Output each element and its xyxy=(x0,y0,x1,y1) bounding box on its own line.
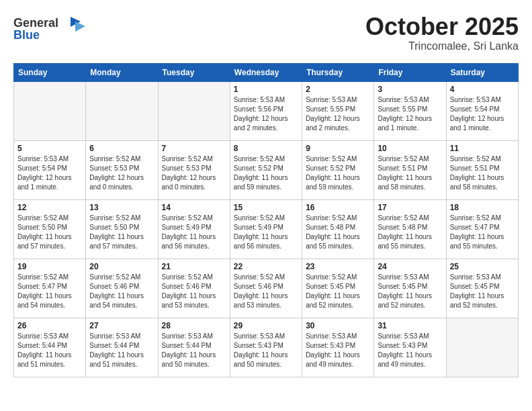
day-info: Sunrise: 5:52 AMSunset: 5:49 PMDaylight:… xyxy=(162,214,226,251)
calendar-cell: 8Sunrise: 5:52 AMSunset: 5:52 PMDaylight… xyxy=(230,140,302,199)
day-info: Sunrise: 5:53 AMSunset: 5:55 PMDaylight:… xyxy=(306,95,370,133)
calendar-cell xyxy=(86,81,158,140)
day-number: 20 xyxy=(89,262,154,271)
calendar-cell: 25Sunrise: 5:53 AMSunset: 5:45 PMDayligh… xyxy=(446,259,518,318)
day-number: 5 xyxy=(17,144,82,153)
col-monday: Monday xyxy=(86,63,158,81)
calendar-cell: 6Sunrise: 5:52 AMSunset: 5:53 PMDaylight… xyxy=(86,140,158,199)
day-number: 27 xyxy=(89,321,154,330)
day-number: 15 xyxy=(234,203,298,212)
calendar-cell: 18Sunrise: 5:52 AMSunset: 5:47 PMDayligh… xyxy=(446,199,518,259)
day-info: Sunrise: 5:52 AMSunset: 5:53 PMDaylight:… xyxy=(89,154,154,192)
day-info: Sunrise: 5:53 AMSunset: 5:54 PMDaylight:… xyxy=(17,154,82,192)
day-info: Sunrise: 5:52 AMSunset: 5:53 PMDaylight:… xyxy=(162,154,226,192)
day-number: 31 xyxy=(378,321,442,330)
col-tuesday: Tuesday xyxy=(158,63,230,81)
week-row-4: 19Sunrise: 5:52 AMSunset: 5:47 PMDayligh… xyxy=(14,259,519,318)
day-info: Sunrise: 5:53 AMSunset: 5:43 PMDaylight:… xyxy=(306,332,370,369)
week-row-1: 1Sunrise: 5:53 AMSunset: 5:56 PMDaylight… xyxy=(14,81,519,140)
day-info: Sunrise: 5:53 AMSunset: 5:44 PMDaylight:… xyxy=(17,332,82,369)
calendar-cell: 31Sunrise: 5:53 AMSunset: 5:43 PMDayligh… xyxy=(374,318,446,377)
calendar-cell: 7Sunrise: 5:52 AMSunset: 5:53 PMDaylight… xyxy=(158,140,230,199)
calendar-cell: 1Sunrise: 5:53 AMSunset: 5:56 PMDaylight… xyxy=(230,81,302,140)
day-number: 9 xyxy=(306,144,370,153)
day-number: 19 xyxy=(17,262,82,271)
calendar-cell: 26Sunrise: 5:53 AMSunset: 5:44 PMDayligh… xyxy=(14,318,86,377)
day-info: Sunrise: 5:52 AMSunset: 5:45 PMDaylight:… xyxy=(306,273,370,310)
day-info: Sunrise: 5:53 AMSunset: 5:43 PMDaylight:… xyxy=(234,332,298,369)
svg-text:Blue: Blue xyxy=(13,28,40,42)
day-number: 12 xyxy=(17,203,82,212)
day-info: Sunrise: 5:52 AMSunset: 5:51 PMDaylight:… xyxy=(378,154,442,192)
day-number: 10 xyxy=(378,144,442,153)
subtitle: Trincomalee, Sri Lanka xyxy=(365,40,519,52)
col-friday: Friday xyxy=(374,63,446,81)
day-info: Sunrise: 5:52 AMSunset: 5:47 PMDaylight:… xyxy=(17,273,82,310)
day-number: 24 xyxy=(378,262,442,271)
logo: General Blue xyxy=(13,13,87,46)
calendar-cell: 4Sunrise: 5:53 AMSunset: 5:54 PMDaylight… xyxy=(446,81,518,140)
svg-marker-3 xyxy=(75,21,85,32)
day-info: Sunrise: 5:52 AMSunset: 5:46 PMDaylight:… xyxy=(89,273,154,310)
day-number: 23 xyxy=(306,262,370,271)
calendar-cell: 29Sunrise: 5:53 AMSunset: 5:43 PMDayligh… xyxy=(230,318,302,377)
day-number: 29 xyxy=(234,321,298,330)
calendar-cell xyxy=(446,318,518,377)
calendar: Sunday Monday Tuesday Wednesday Thursday… xyxy=(13,63,519,377)
col-wednesday: Wednesday xyxy=(230,63,302,81)
day-number: 8 xyxy=(234,144,298,153)
calendar-cell: 30Sunrise: 5:53 AMSunset: 5:43 PMDayligh… xyxy=(302,318,374,377)
day-number: 25 xyxy=(450,262,515,271)
calendar-cell: 20Sunrise: 5:52 AMSunset: 5:46 PMDayligh… xyxy=(86,259,158,318)
calendar-cell: 14Sunrise: 5:52 AMSunset: 5:49 PMDayligh… xyxy=(158,199,230,259)
day-info: Sunrise: 5:52 AMSunset: 5:49 PMDaylight:… xyxy=(234,214,298,251)
calendar-cell xyxy=(158,81,230,140)
calendar-cell: 2Sunrise: 5:53 AMSunset: 5:55 PMDaylight… xyxy=(302,81,374,140)
calendar-cell: 17Sunrise: 5:52 AMSunset: 5:48 PMDayligh… xyxy=(374,199,446,259)
calendar-cell: 28Sunrise: 5:53 AMSunset: 5:44 PMDayligh… xyxy=(158,318,230,377)
day-number: 30 xyxy=(306,321,370,330)
header: General Blue October 2025 Trincomalee, S… xyxy=(13,13,519,52)
week-row-2: 5Sunrise: 5:53 AMSunset: 5:54 PMDaylight… xyxy=(14,140,519,199)
day-number: 13 xyxy=(89,203,154,212)
day-number: 7 xyxy=(162,144,226,153)
calendar-cell: 16Sunrise: 5:52 AMSunset: 5:48 PMDayligh… xyxy=(302,199,374,259)
calendar-cell: 19Sunrise: 5:52 AMSunset: 5:47 PMDayligh… xyxy=(14,259,86,318)
calendar-cell: 21Sunrise: 5:52 AMSunset: 5:46 PMDayligh… xyxy=(158,259,230,318)
day-info: Sunrise: 5:53 AMSunset: 5:43 PMDaylight:… xyxy=(378,332,442,369)
calendar-header-row: Sunday Monday Tuesday Wednesday Thursday… xyxy=(14,63,519,81)
day-number: 16 xyxy=(306,203,370,212)
day-number: 3 xyxy=(378,85,442,94)
calendar-cell: 27Sunrise: 5:53 AMSunset: 5:44 PMDayligh… xyxy=(86,318,158,377)
calendar-cell: 24Sunrise: 5:53 AMSunset: 5:45 PMDayligh… xyxy=(374,259,446,318)
calendar-cell: 5Sunrise: 5:53 AMSunset: 5:54 PMDaylight… xyxy=(14,140,86,199)
calendar-cell: 12Sunrise: 5:52 AMSunset: 5:50 PMDayligh… xyxy=(14,199,86,259)
day-number: 6 xyxy=(89,144,154,153)
calendar-cell: 11Sunrise: 5:52 AMSunset: 5:51 PMDayligh… xyxy=(446,140,518,199)
title-block: October 2025 Trincomalee, Sri Lanka xyxy=(365,13,519,52)
calendar-cell: 15Sunrise: 5:52 AMSunset: 5:49 PMDayligh… xyxy=(230,199,302,259)
day-info: Sunrise: 5:52 AMSunset: 5:52 PMDaylight:… xyxy=(306,154,370,192)
day-info: Sunrise: 5:52 AMSunset: 5:51 PMDaylight:… xyxy=(450,154,515,192)
day-info: Sunrise: 5:52 AMSunset: 5:46 PMDaylight:… xyxy=(162,273,226,310)
day-number: 17 xyxy=(378,203,442,212)
day-info: Sunrise: 5:53 AMSunset: 5:44 PMDaylight:… xyxy=(162,332,226,369)
calendar-cell: 10Sunrise: 5:52 AMSunset: 5:51 PMDayligh… xyxy=(374,140,446,199)
day-number: 14 xyxy=(162,203,226,212)
day-number: 4 xyxy=(450,85,515,94)
calendar-cell xyxy=(14,81,86,140)
day-info: Sunrise: 5:53 AMSunset: 5:54 PMDaylight:… xyxy=(450,95,515,133)
day-info: Sunrise: 5:53 AMSunset: 5:45 PMDaylight:… xyxy=(450,273,515,310)
week-row-5: 26Sunrise: 5:53 AMSunset: 5:44 PMDayligh… xyxy=(14,318,519,377)
day-info: Sunrise: 5:53 AMSunset: 5:56 PMDaylight:… xyxy=(234,95,298,133)
col-sunday: Sunday xyxy=(14,63,86,81)
day-info: Sunrise: 5:53 AMSunset: 5:44 PMDaylight:… xyxy=(89,332,154,369)
day-number: 21 xyxy=(162,262,226,271)
day-info: Sunrise: 5:53 AMSunset: 5:45 PMDaylight:… xyxy=(378,273,442,310)
day-number: 1 xyxy=(234,85,298,94)
day-info: Sunrise: 5:52 AMSunset: 5:50 PMDaylight:… xyxy=(89,214,154,251)
calendar-cell: 23Sunrise: 5:52 AMSunset: 5:45 PMDayligh… xyxy=(302,259,374,318)
col-saturday: Saturday xyxy=(446,63,518,81)
logo-text: General Blue xyxy=(13,13,87,46)
day-info: Sunrise: 5:52 AMSunset: 5:46 PMDaylight:… xyxy=(234,273,298,310)
